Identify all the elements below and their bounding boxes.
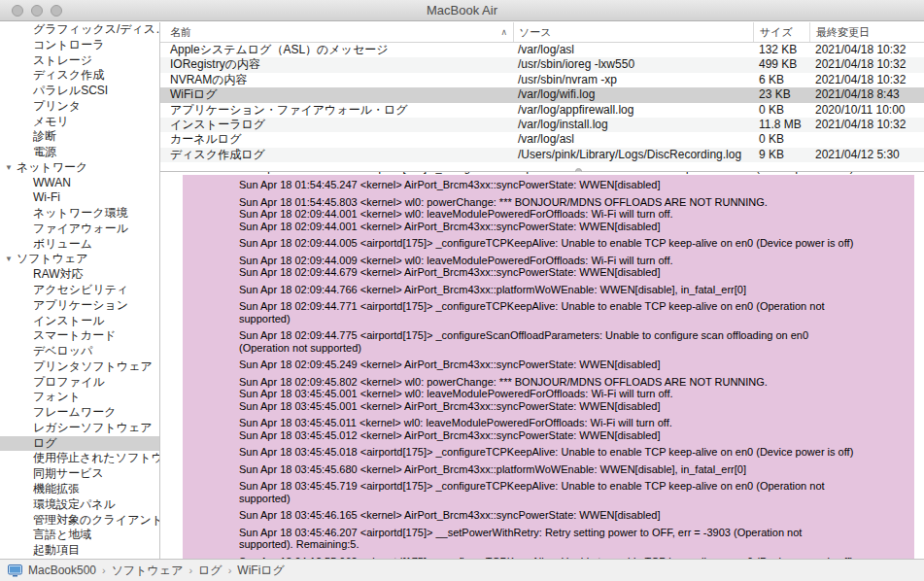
table-row[interactable]: インストーラログ/var/log/install.log11.8 MB2021/… xyxy=(160,118,924,132)
column-header-label: 名前 xyxy=(170,26,191,38)
sidebar-item-ディスク作成[interactable]: ディスク作成 xyxy=(0,68,159,84)
cell-modified: 2021/04/18 10:32 xyxy=(809,73,924,87)
sidebar-item-label: ディスク作成 xyxy=(33,68,104,82)
log-line: supported). Remaining:5. xyxy=(239,538,908,551)
sidebar-item-label: スマートカード xyxy=(33,328,116,342)
sidebar-item-label: グラフィックス/ディス… xyxy=(33,22,159,36)
sidebar-item-アプリケーション[interactable]: アプリケーション xyxy=(0,298,159,314)
sidebar-item-デベロッパ[interactable]: デベロッパ xyxy=(0,344,159,359)
table-header: 名前∧ソースサイズ最終変更日 xyxy=(160,22,924,43)
sidebar-item-メモリ[interactable]: メモリ xyxy=(0,115,159,130)
breadcrumb-separator: › xyxy=(188,564,192,576)
sidebar-item-ストレージ[interactable]: ストレージ xyxy=(0,53,159,69)
table-row[interactable]: カーネルログ/var/log/asl0 KB xyxy=(160,132,924,147)
log-line: Sun Apr 18 02:09:45.249 <kernel> AirPort… xyxy=(239,359,908,371)
breadcrumb-item[interactable]: ソフトウェア xyxy=(112,564,184,577)
sidebar-item-ファイアウォール[interactable]: ファイアウォール xyxy=(0,222,159,237)
sidebar-item-label: コントローラ xyxy=(33,38,104,51)
table-row[interactable]: アプリケーション・ファイアウォール・ログ/var/log/appfirewall… xyxy=(160,103,924,118)
log-line-partial: Sun Apr 18 01:54:45.239 <airportd[175]> … xyxy=(239,172,924,175)
cell-name: インストーラログ xyxy=(160,118,513,132)
content-pane: 名前∧ソースサイズ最終変更日 Appleシステムログ（ASL）のメッセージ/va… xyxy=(160,22,924,559)
close-window-button[interactable] xyxy=(12,5,23,17)
sidebar-item-管理対象のクライアント[interactable]: 管理対象のクライアント xyxy=(0,513,159,529)
table-row[interactable]: IORegistryの内容/usr/sbin/ioreg -lxw550499 … xyxy=(160,57,924,72)
sidebar-item-ログ[interactable]: ログ xyxy=(0,436,159,452)
log-line: Sun Apr 18 03:45:45.012 <kernel> AirPort… xyxy=(239,429,908,442)
sidebar-item-label: 環境設定パネル xyxy=(33,497,116,511)
sidebar-item-スマートカード[interactable]: スマートカード xyxy=(0,328,159,344)
sidebar-item-環境設定パネル[interactable]: 環境設定パネル xyxy=(0,497,159,513)
window-controls xyxy=(12,5,62,17)
sidebar-item-label: ストレージ xyxy=(33,53,92,67)
breadcrumb-item[interactable]: ログ xyxy=(198,564,222,577)
minimize-window-button[interactable] xyxy=(31,5,43,17)
sidebar-item-WWAN[interactable]: WWAN xyxy=(0,176,159,191)
sidebar-item-プリンタソフトウェア[interactable]: プリンタソフトウェア xyxy=(0,359,159,375)
table-row[interactable]: NVRAMの内容/usr/sbin/nvram -xp6 KB2021/04/1… xyxy=(160,73,924,87)
cell-size: 0 KB xyxy=(753,103,809,118)
sidebar-item-フレームワーク[interactable]: フレームワーク xyxy=(0,405,159,421)
sidebar-item-label: ソフトウェア xyxy=(17,252,88,265)
cell-source: /var/log/asl xyxy=(513,132,753,147)
disclosure-triangle-icon[interactable]: ▼ xyxy=(5,252,13,267)
sidebar-item-label: フォント xyxy=(33,390,81,403)
sidebar-item-RAW対応[interactable]: RAW対応 xyxy=(0,267,159,283)
column-header-最終変更日[interactable]: 最終変更日 xyxy=(809,22,924,42)
sidebar-item-レガシーソフトウェア[interactable]: レガシーソフトウェア xyxy=(0,421,159,436)
sidebar-item-機能拡張[interactable]: 機能拡張 xyxy=(0,482,159,497)
cell-modified: 2021/04/12 5:30 xyxy=(809,148,924,162)
window-title: MacBook Air xyxy=(427,3,497,17)
title-bar[interactable]: MacBook Air xyxy=(0,0,924,21)
sidebar-item-使用停止されたソフトウ…[interactable]: 使用停止されたソフトウ… xyxy=(0,451,159,466)
zoom-window-button[interactable] xyxy=(51,5,62,17)
column-header-名前[interactable]: 名前∧ xyxy=(160,22,513,42)
disclosure-triangle-icon[interactable]: ▼ xyxy=(5,160,13,176)
sidebar-item-ボリューム[interactable]: ボリューム xyxy=(0,237,159,253)
log-line: Sun Apr 18 02:09:44.679 <kernel> AirPort… xyxy=(239,266,908,279)
table-row[interactable]: ディスク作成ログ/Users/pink/Library/Logs/DiscRec… xyxy=(160,148,924,162)
log-line: Sun Apr 18 02:09:44.766 <kernel> AirPort… xyxy=(239,284,908,296)
table-row[interactable]: WiFiログ/var/log/wifi.log23 KB2021/04/18 8… xyxy=(160,87,924,102)
sidebar-item-フォント[interactable]: フォント xyxy=(0,390,159,405)
sidebar-item-グラフィックス/ディス…[interactable]: グラフィックス/ディス… xyxy=(0,22,159,38)
sidebar-item-電源[interactable]: 電源 xyxy=(0,145,159,160)
sidebar-item-label: ログ xyxy=(33,436,57,450)
sidebar-item-ネットワーク環境[interactable]: ネットワーク環境 xyxy=(0,206,159,222)
log-line: Sun Apr 18 03:45:45.719 <airportd[175]> … xyxy=(239,480,908,493)
sidebar-section-ネットワーク[interactable]: ▼ネットワーク xyxy=(0,160,159,176)
sidebar-item-Wi-Fi[interactable]: Wi-Fi xyxy=(0,190,159,206)
sidebar-item-起動項目[interactable]: 起動項目 xyxy=(0,543,159,559)
log-content-view[interactable]: Sun Apr 18 01:54:45.239 <airportd[175]> … xyxy=(160,172,924,559)
sidebar-section-ソフトウェア[interactable]: ▼ソフトウェア xyxy=(0,252,159,267)
cell-name: Appleシステムログ（ASL）のメッセージ xyxy=(160,43,513,57)
sidebar-item-アクセシビリティ[interactable]: アクセシビリティ xyxy=(0,283,159,298)
sidebar-item-コントローラ[interactable]: コントローラ xyxy=(0,38,159,53)
breadcrumb-item[interactable]: MacBook500 xyxy=(28,564,96,577)
sidebar-item-label: メモリ xyxy=(33,115,69,128)
breadcrumb-item[interactable]: WiFiログ xyxy=(237,564,285,577)
column-header-サイズ[interactable]: サイズ xyxy=(753,22,809,42)
sidebar-item-label: ネットワーク xyxy=(17,160,87,174)
log-line: Sun Apr 18 02:09:45.802 <kernel> wl0: po… xyxy=(239,376,908,389)
log-line: Sun Apr 18 03:45:46.165 <kernel> AirPort… xyxy=(239,509,908,522)
cell-size: 132 KB xyxy=(753,43,809,57)
sidebar-item-プリンタ[interactable]: プリンタ xyxy=(0,99,159,115)
sidebar-item-label: プリンタソフトウェア xyxy=(33,359,153,373)
log-file-table: 名前∧ソースサイズ最終変更日 Appleシステムログ（ASL）のメッセージ/va… xyxy=(160,22,924,171)
computer-icon xyxy=(8,564,22,577)
sidebar-item-言語と地域[interactable]: 言語と地域 xyxy=(0,528,159,543)
cell-name: ディスク作成ログ xyxy=(160,148,513,162)
sidebar-item-パラレルSCSI[interactable]: パラレルSCSI xyxy=(0,84,159,99)
sidebar-item-診断[interactable]: 診断 xyxy=(0,129,159,145)
sidebar-item-label: RAW対応 xyxy=(33,267,84,281)
sidebar-item-プロファイル[interactable]: プロファイル xyxy=(0,375,159,391)
column-header-ソース[interactable]: ソース xyxy=(513,22,753,42)
table-row[interactable]: Appleシステムログ（ASL）のメッセージ/var/log/asl132 KB… xyxy=(160,43,924,57)
sidebar-item-インストール[interactable]: インストール xyxy=(0,314,159,329)
sidebar-item-label: プロファイル xyxy=(33,375,105,389)
cell-modified: 2021/04/18 10:32 xyxy=(809,118,924,132)
cell-source: /var/log/wifi.log xyxy=(513,87,753,102)
sidebar-item-同期サービス[interactable]: 同期サービス xyxy=(0,466,159,482)
log-line: supported) xyxy=(239,493,908,505)
